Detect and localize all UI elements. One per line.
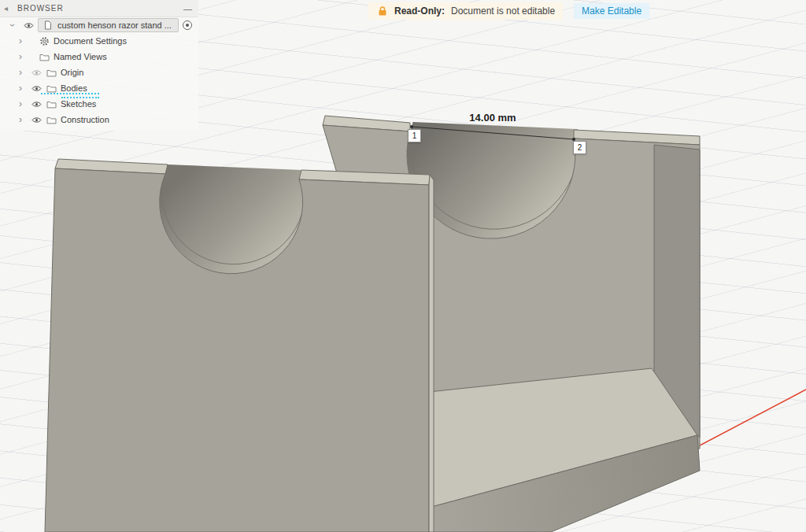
bodies-selection-dashes xyxy=(41,93,99,94)
folder-icon xyxy=(46,114,57,125)
item-label: Sketches xyxy=(61,99,96,109)
item-label: Origin xyxy=(61,68,83,77)
document-name: custom henson razor stand ... xyxy=(57,20,172,30)
folder-icon xyxy=(46,67,57,78)
chevron-right-icon[interactable] xyxy=(19,52,28,61)
browser-item-named-views[interactable]: Named Views xyxy=(0,49,198,65)
chevron-down-icon[interactable] xyxy=(11,20,20,30)
browser-panel: ◂ BROWSER — custom henson razor stand ..… xyxy=(0,0,198,131)
panel-dock-arrow-icon[interactable]: ◂ xyxy=(0,4,13,13)
browser-item-bodies[interactable]: Bodies xyxy=(0,80,198,96)
item-label: Bodies xyxy=(61,83,87,93)
visibility-eye-icon[interactable] xyxy=(31,114,43,125)
dimension-point-1-badge[interactable]: 1 xyxy=(408,129,421,142)
browser-item-document-row: custom henson razor stand ... xyxy=(0,17,198,33)
chevron-right-icon[interactable] xyxy=(19,99,28,109)
folder-icon xyxy=(39,51,50,62)
visibility-eye-icon[interactable] xyxy=(31,98,43,109)
readonly-status-chip: Read-Only: Document is not editable xyxy=(368,2,563,20)
readonly-label: Read-Only: xyxy=(394,6,445,17)
folder-icon xyxy=(46,83,57,94)
lock-icon xyxy=(376,6,388,17)
make-editable-button[interactable]: Make Editable xyxy=(574,3,649,19)
visibility-eye-icon[interactable] xyxy=(31,83,43,94)
near-wall-right-end-face[interactable] xyxy=(429,175,434,532)
item-label: Named Views xyxy=(54,52,107,61)
readonly-banner: Read-Only: Document is not editable Make… xyxy=(368,2,649,20)
document-icon xyxy=(42,20,54,31)
chevron-right-icon[interactable] xyxy=(19,36,28,46)
activate-component-icon[interactable] xyxy=(182,20,194,31)
readonly-message: Document is not editable xyxy=(451,6,555,17)
chevron-right-icon[interactable] xyxy=(19,115,28,124)
browser-item-document[interactable]: custom henson razor stand ... xyxy=(38,18,179,32)
browser-item-document-settings[interactable]: Document Settings xyxy=(0,33,198,49)
model-razor-stand[interactable] xyxy=(45,116,700,532)
browser-panel-header: ◂ BROWSER — xyxy=(0,0,198,17)
dimension-endpoint-1[interactable] xyxy=(410,125,413,128)
gear-icon xyxy=(39,35,50,46)
chevron-right-icon[interactable] xyxy=(19,83,28,93)
browser-item-construction[interactable]: Construction xyxy=(0,112,198,127)
dimension-point-2-badge[interactable]: 2 xyxy=(573,141,586,154)
panel-collapse-button[interactable]: — xyxy=(178,4,198,13)
bodies-selection-dashes xyxy=(61,97,99,98)
dimension-value: 14.00 mm xyxy=(449,112,537,124)
visibility-eye-icon[interactable] xyxy=(23,20,35,31)
browser-panel-title: BROWSER xyxy=(13,4,178,13)
item-label: Document Settings xyxy=(54,36,127,46)
visibility-eye-off-icon[interactable] xyxy=(31,67,43,78)
browser-item-sketches[interactable]: Sketches xyxy=(0,96,198,112)
folder-icon xyxy=(46,98,57,109)
browser-item-origin[interactable]: Origin xyxy=(0,65,198,80)
chevron-right-icon[interactable] xyxy=(19,68,28,77)
item-label: Construction xyxy=(61,115,109,124)
